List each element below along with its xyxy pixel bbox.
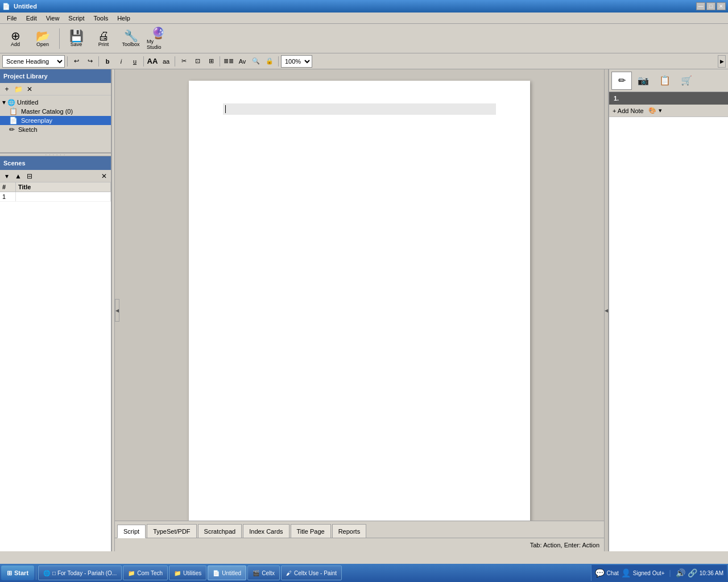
- note-content-area: [609, 117, 728, 551]
- format-sep-6: [278, 56, 279, 66]
- menu-help[interactable]: Help: [113, 14, 135, 23]
- cart-icon: 🛒: [681, 75, 692, 86]
- scenes-panel: Scenes ▾ ▲ ⊟ ✕ # Title 1: [0, 156, 111, 551]
- taskbar-item-untitled[interactable]: 📄 Untitled: [208, 566, 246, 580]
- scenes-header: Scenes: [0, 156, 111, 170]
- tab-scratchpad[interactable]: Scratchpad: [198, 524, 242, 538]
- note-number-header: 1.: [609, 92, 728, 105]
- start-icon: ⊞: [7, 569, 12, 577]
- tree-item-untitled[interactable]: ▾ 🌐 Untitled: [0, 98, 111, 107]
- fontcase-button[interactable]: aa: [160, 55, 172, 68]
- menu-script[interactable]: Script: [64, 14, 89, 23]
- scenes-col-num: #: [0, 182, 16, 192]
- print-button[interactable]: 🖨 Print: [90, 26, 117, 52]
- taskbar-item-celtx-use[interactable]: 🖌 Celtx Use - Paint: [281, 566, 342, 580]
- tab-title-page[interactable]: Title Page: [291, 524, 331, 538]
- scenes-up-button[interactable]: ▲: [14, 172, 23, 181]
- speaker-icon[interactable]: 🔊: [676, 568, 685, 577]
- add-note-label[interactable]: + Add Note: [613, 107, 644, 114]
- chat-icon[interactable]: 💬: [595, 568, 605, 577]
- spellcheck-button[interactable]: Av: [236, 55, 249, 68]
- save-button[interactable]: 💾 Save: [63, 26, 89, 52]
- tab-reports[interactable]: Reports: [332, 524, 367, 538]
- chat-label[interactable]: Chat: [607, 570, 619, 576]
- bold-button[interactable]: b: [101, 55, 114, 68]
- scenes-down-arrow[interactable]: ▾: [2, 172, 11, 181]
- taskbar-item-today[interactable]: 🌐 □ For Today - Pariah (O...: [38, 566, 122, 580]
- close-button[interactable]: ✕: [717, 2, 726, 10]
- open-icon: 📂: [36, 30, 50, 41]
- search-button[interactable]: 🔍: [250, 55, 262, 68]
- menu-edit[interactable]: Edit: [22, 14, 42, 23]
- maximize-button[interactable]: □: [706, 2, 715, 10]
- taskbar-item-utilities[interactable]: 📁 Utilities: [169, 566, 206, 580]
- tree-item-sketch[interactable]: ✏ Sketch: [0, 125, 111, 134]
- network-icon[interactable]: 🔗: [688, 568, 697, 577]
- window-title: Untitled: [14, 3, 37, 10]
- style-dropdown[interactable]: Scene Heading Action Character Dialogue …: [2, 55, 65, 68]
- title-bar: 📄 Untitled — □ ✕: [0, 0, 728, 13]
- start-button[interactable]: ⊞ Start: [1, 566, 34, 580]
- format-sep-1: [67, 56, 68, 66]
- library-delete-button[interactable]: ✕: [25, 85, 34, 94]
- fontsize-button[interactable]: AA: [146, 55, 159, 68]
- menu-file[interactable]: File: [2, 14, 22, 23]
- format-list-button[interactable]: ≣≣: [222, 55, 235, 68]
- signed-out-label[interactable]: Signed Out+: [633, 570, 665, 576]
- toolbox-button[interactable]: 🔧 Toolbox: [118, 26, 144, 52]
- tree-item-master-catalog[interactable]: 📋 Master Catalog (0): [0, 107, 111, 116]
- lock-button[interactable]: 🔒: [263, 55, 276, 68]
- celtx-use-icon: 🖌: [286, 570, 292, 576]
- redo-button[interactable]: ↪: [84, 55, 96, 68]
- underline-button[interactable]: u: [129, 55, 141, 68]
- tab-index-cards[interactable]: Index Cards: [243, 524, 289, 538]
- italic-button[interactable]: i: [115, 55, 127, 68]
- my-studio-button[interactable]: 🔮 My Studio: [145, 26, 171, 52]
- color-dropdown-arrow[interactable]: ▾: [659, 107, 662, 114]
- right-collapse-arrow[interactable]: ◀: [604, 69, 609, 551]
- scenes-merge-button[interactable]: ⊟: [25, 172, 34, 181]
- my-studio-icon: 🔮: [151, 27, 166, 39]
- scenes-toolbar: ▾ ▲ ⊟ ✕: [0, 170, 111, 182]
- tab-typeset[interactable]: TypeSet/PDF: [147, 524, 196, 538]
- copy-button[interactable]: ⊡: [191, 55, 204, 68]
- script-canvas[interactable]: [115, 69, 604, 521]
- color-picker-icon[interactable]: 🎨: [648, 107, 656, 114]
- undo-button[interactable]: ↩: [70, 55, 82, 68]
- main-toolbar: ⊕ Add 📂 Open 💾 Save 🖨 Print 🔧 Toolbox 🔮 …: [0, 24, 728, 53]
- today-icon: 🌐: [43, 570, 50, 576]
- camera-tool-button[interactable]: 📷: [633, 72, 653, 90]
- taskbar-sep-1: [36, 566, 36, 580]
- script-page: [189, 81, 530, 521]
- tab-script[interactable]: Script: [117, 525, 146, 538]
- signed-out-icon[interactable]: 👤: [621, 568, 631, 577]
- main-layout: Project Library + 📁 ✕ ▾ 🌐 Untitled 📋 Mas…: [0, 69, 728, 551]
- cut-button[interactable]: ✂: [177, 55, 190, 68]
- zoom-dropdown[interactable]: 100% 50% 75% 125% 150% 200%: [281, 55, 312, 68]
- scene-heading-line[interactable]: [223, 103, 496, 115]
- library-folder-button[interactable]: 📁: [14, 85, 23, 94]
- scenes-delete-button[interactable]: ✕: [100, 172, 109, 181]
- status-bar: Tab: Action, Enter: Action: [115, 538, 604, 551]
- cart-tool-button[interactable]: 🛒: [676, 72, 697, 90]
- untitled-icon: 🌐: [7, 99, 15, 106]
- menu-tools[interactable]: Tools: [89, 14, 113, 23]
- taskbar-item-celtx[interactable]: 🎬 Celtx: [247, 566, 280, 580]
- add-button[interactable]: ⊕ Add: [2, 26, 28, 52]
- taskbar-item-comtech[interactable]: 📁 Com Tech: [123, 566, 168, 580]
- right-panel: ✏ 📷 📋 🛒 1. + Add Note 🎨 ▾: [609, 69, 728, 551]
- menu-view[interactable]: View: [42, 14, 64, 23]
- paste-button[interactable]: ⊞: [205, 55, 217, 68]
- table-row[interactable]: 1: [0, 192, 111, 202]
- title-bar-controls[interactable]: — □ ✕: [696, 2, 726, 10]
- open-button[interactable]: 📂 Open: [30, 26, 56, 52]
- library-add-button[interactable]: +: [2, 85, 11, 94]
- left-collapse-arrow[interactable]: ◀: [115, 299, 119, 322]
- pen-tool-button[interactable]: ✏: [611, 72, 632, 90]
- notes-tool-button[interactable]: 📋: [655, 72, 675, 90]
- minimize-button[interactable]: —: [696, 2, 705, 10]
- panel-collapse-right-arrow[interactable]: ▶: [718, 55, 726, 68]
- tree-item-screenplay[interactable]: 📄 Screenplay: [0, 116, 111, 125]
- title-bar-text: 📄 Untitled: [2, 3, 37, 10]
- add-note-button[interactable]: + Add Note 🎨 ▾: [609, 105, 728, 117]
